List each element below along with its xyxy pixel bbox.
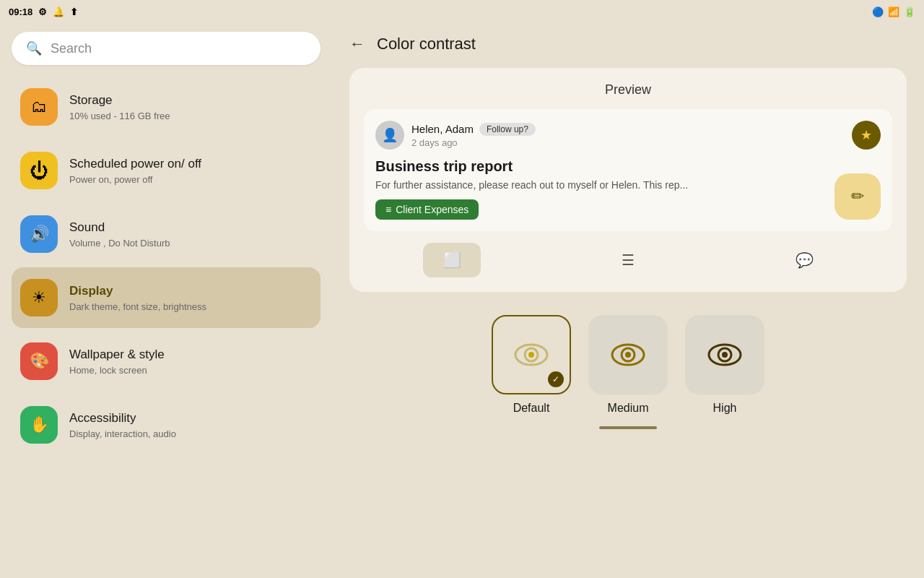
- sound-icon: 🔊: [20, 215, 58, 253]
- wallpaper-text: Wallpaper & style Home, lock screen: [69, 347, 165, 375]
- bottom-bar: [349, 426, 907, 429]
- page-title: Color contrast: [377, 35, 476, 53]
- scheduled-power-text: Scheduled power on/ off Power on, power …: [69, 156, 201, 184]
- eye-medium-svg: [610, 340, 646, 369]
- storage-title: Storage: [69, 92, 170, 108]
- sidebar-item-scheduled-power[interactable]: ⏻ Scheduled power on/ off Power on, powe…: [12, 140, 321, 201]
- preview-container: Preview 👤 Helen, Adam Follow up? 2 days …: [349, 68, 907, 292]
- accessibility-text: Accessibility Display, interaction, audi…: [69, 410, 176, 439]
- eye-high-svg: [707, 340, 743, 369]
- search-placeholder: Search: [51, 41, 92, 56]
- email-from-info: Helen, Adam Follow up? 2 days ago: [411, 123, 536, 148]
- battery-icon: 🔋: [904, 7, 915, 17]
- email-header: 👤 Helen, Adam Follow up? 2 days ago ★: [375, 121, 881, 150]
- tag-icon: ≡: [385, 204, 391, 215]
- sidebar-item-storage[interactable]: 🗂 Storage 10% used - 116 GB free: [12, 77, 321, 137]
- upload-icon: ⬆: [70, 7, 78, 17]
- tab-message[interactable]: 💬: [775, 243, 833, 277]
- check-badge: ✓: [548, 371, 564, 387]
- bell-icon: 🔔: [53, 7, 64, 17]
- svg-point-5: [625, 352, 631, 358]
- contrast-default-box: ✓: [492, 315, 571, 394]
- svg-point-2: [528, 352, 534, 358]
- main-layout: 🔍 Search 🗂 Storage 10% used - 116 GB fre…: [0, 23, 924, 578]
- follow-badge: Follow up?: [479, 123, 536, 136]
- gear-icon: ⚙: [38, 7, 47, 17]
- contrast-default-label: Default: [513, 402, 550, 415]
- email-time: 2 days ago: [411, 137, 536, 148]
- scheduled-power-subtitle: Power on, power off: [69, 174, 201, 185]
- svg-point-8: [722, 352, 728, 358]
- wifi-icon: 📶: [888, 7, 899, 17]
- avatar: 👤: [375, 121, 404, 150]
- storage-subtitle: 10% used - 116 GB free: [69, 111, 170, 121]
- status-left: 09:18 ⚙ 🔔 ⬆: [9, 7, 78, 17]
- right-header: ← Color contrast: [349, 35, 907, 53]
- status-time: 09:18: [9, 7, 32, 17]
- accessibility-subtitle: Display, interaction, audio: [69, 428, 176, 439]
- sidebar-item-display[interactable]: ☀ Display Dark theme, font size, brightn…: [12, 267, 321, 328]
- tab-monitor[interactable]: ⬜: [423, 243, 481, 277]
- contrast-option-medium[interactable]: Medium: [588, 315, 668, 415]
- contrast-medium-label: Medium: [608, 402, 649, 415]
- sidebar-item-wallpaper[interactable]: 🎨 Wallpaper & style Home, lock screen: [12, 331, 321, 392]
- storage-icon: 🗂: [20, 88, 58, 126]
- scroll-indicator: [599, 426, 657, 429]
- sidebar-item-sound[interactable]: 🔊 Sound Volume , Do Not Disturb: [12, 204, 321, 264]
- contrast-options: ✓ Default Medium: [349, 315, 907, 415]
- accessibility-icon: ✋: [20, 406, 58, 444]
- email-subject: Business trip report: [375, 158, 881, 175]
- eye-default-svg: [513, 340, 549, 369]
- sender-name: Helen, Adam: [411, 123, 474, 135]
- display-icon: ☀: [20, 279, 58, 316]
- sound-subtitle: Volume , Do Not Disturb: [69, 238, 170, 249]
- contrast-high-box: [685, 315, 764, 394]
- display-subtitle: Dark theme, font size, brightness: [69, 301, 206, 312]
- storage-text: Storage 10% used - 116 GB free: [69, 92, 170, 121]
- status-right: 🔵 📶 🔋: [872, 7, 915, 17]
- wallpaper-title: Wallpaper & style: [69, 347, 165, 363]
- back-button[interactable]: ←: [349, 35, 365, 53]
- accessibility-title: Accessibility: [69, 410, 176, 426]
- wallpaper-icon: 🎨: [20, 342, 58, 380]
- contrast-option-high[interactable]: High: [685, 315, 764, 415]
- email-card: 👤 Helen, Adam Follow up? 2 days ago ★ Bu…: [364, 109, 892, 231]
- scheduled-power-title: Scheduled power on/ off: [69, 156, 201, 172]
- sound-text: Sound Volume , Do Not Disturb: [69, 220, 170, 248]
- search-bar[interactable]: 🔍 Search: [12, 32, 321, 65]
- contrast-high-label: High: [713, 402, 737, 415]
- wallpaper-subtitle: Home, lock screen: [69, 365, 165, 376]
- search-icon: 🔍: [26, 40, 42, 56]
- display-title: Display: [69, 283, 206, 299]
- email-from: 👤 Helen, Adam Follow up? 2 days ago: [375, 121, 536, 150]
- tab-list[interactable]: ☰: [599, 243, 657, 277]
- star-button[interactable]: ★: [852, 121, 881, 150]
- display-text: Display Dark theme, font size, brightnes…: [69, 283, 206, 311]
- tag-label: Client Expenses: [396, 204, 468, 215]
- preview-label: Preview: [364, 82, 892, 98]
- right-panel: ← Color contrast Preview 👤 Helen, Adam F…: [332, 23, 924, 578]
- icon-tabs: ⬜ ☰ 💬: [364, 243, 892, 277]
- edit-fab[interactable]: ✏: [834, 173, 881, 220]
- sound-title: Sound: [69, 220, 170, 236]
- email-tag: ≡ Client Expenses: [375, 199, 479, 220]
- status-bar: 09:18 ⚙ 🔔 ⬆ 🔵 📶 🔋: [0, 0, 924, 23]
- sidebar-item-accessibility[interactable]: ✋ Accessibility Display, interaction, au…: [12, 394, 321, 455]
- contrast-medium-box: [588, 315, 668, 394]
- left-panel: 🔍 Search 🗂 Storage 10% used - 116 GB fre…: [0, 23, 332, 578]
- contrast-option-default[interactable]: ✓ Default: [492, 315, 571, 415]
- email-sender-row: Helen, Adam Follow up?: [411, 123, 536, 136]
- bluetooth-icon: 🔵: [872, 7, 884, 17]
- scheduled-power-icon: ⏻: [20, 152, 58, 189]
- email-body-preview: For further assistance, please reach out…: [375, 179, 881, 191]
